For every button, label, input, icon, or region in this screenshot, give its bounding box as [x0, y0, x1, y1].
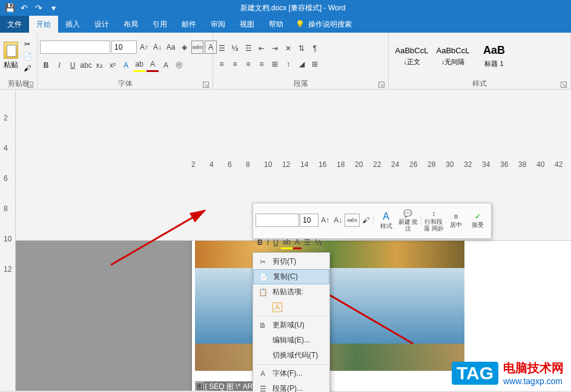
font-size-combo[interactable]: 10 — [111, 41, 137, 54]
style-normal[interactable]: AaBbCcL ↓正文 — [392, 39, 432, 73]
grow-font-icon[interactable]: A↑ — [138, 41, 150, 54]
justify-icon[interactable]: ≡ — [256, 57, 268, 71]
mt-bullets-icon[interactable]: ☰ — [302, 236, 312, 249]
tab-mailings[interactable]: 邮件 — [174, 16, 203, 33]
hruler-mark: 8 — [246, 160, 250, 169]
italic-button[interactable]: I — [53, 59, 65, 72]
font-color-icon[interactable]: A — [147, 59, 159, 72]
style-heading1[interactable]: AaB 标题 1 — [474, 39, 514, 73]
mt-new-comment-button[interactable]: 💬新建 批注 — [397, 206, 418, 235]
align-left-icon[interactable]: ≡ — [216, 57, 228, 71]
tab-view[interactable]: 视图 — [233, 16, 262, 33]
tab-file[interactable]: 文件 — [0, 16, 29, 33]
tab-references[interactable]: 引用 — [145, 16, 174, 33]
clear-format-icon[interactable]: ◈ — [178, 41, 190, 54]
mt-shrink-font-icon[interactable]: A↓ — [332, 214, 344, 227]
vruler-mark: 10 — [4, 235, 12, 243]
paragraph-launcher[interactable]: ↘ — [378, 82, 385, 88]
mt-bold-button[interactable]: B — [256, 236, 265, 249]
change-case-icon[interactable]: Aa — [165, 41, 177, 54]
superscript-button[interactable]: x² — [107, 59, 119, 72]
numbering-icon[interactable]: ⅓ — [229, 42, 241, 55]
paste-button[interactable]: 粘贴 — [2, 41, 19, 71]
ctx-edit-field[interactable]: 编辑域(E)... — [253, 333, 329, 348]
font-launcher[interactable]: ↘ — [203, 82, 209, 88]
mt-phonetic-icon[interactable]: wén — [345, 214, 360, 227]
line-spacing-icon[interactable]: ↕ — [282, 57, 294, 71]
redo-icon[interactable]: ↷ — [33, 2, 45, 14]
tab-review[interactable]: 审阅 — [203, 16, 233, 33]
strike-button[interactable]: abc — [80, 59, 92, 72]
mt-fontname[interactable] — [256, 214, 299, 227]
mini-toolbar: 10 A↑ A↓ wén 🖌 A样式 💬新建 批注 ↕行和段落 间距 ≡居中 ✓… — [252, 203, 492, 239]
mt-highlight-icon[interactable]: ab — [281, 236, 292, 249]
highlight-icon[interactable]: ab — [133, 59, 145, 72]
mt-center-button[interactable]: ≡居中 — [445, 206, 466, 235]
scissors-icon: ✂ — [258, 257, 268, 267]
style-nospacing[interactable]: AaBbCcL ↓无间隔 — [433, 39, 473, 73]
styles-launcher[interactable]: ↘ — [561, 82, 567, 88]
enclose-char-icon[interactable]: ㊕ — [173, 59, 185, 72]
tab-design[interactable]: 设计 — [87, 16, 116, 33]
underline-button[interactable]: U — [67, 59, 79, 72]
borders-icon[interactable]: ⊞ — [309, 57, 321, 71]
ctx-font[interactable]: A字体(F)... — [253, 366, 329, 381]
mt-line-spacing-button[interactable]: ↕行和段落 间距 — [423, 206, 444, 235]
tab-help[interactable]: 帮助 — [262, 16, 291, 33]
ctx-paragraph[interactable]: ☰段落(P)... — [253, 381, 329, 392]
hruler-mark: 40 — [536, 160, 544, 169]
shrink-font-icon[interactable]: A↓ — [151, 41, 163, 54]
ctx-paste-options[interactable]: 📋粘贴选项: — [253, 284, 329, 299]
style-sample: AaBbCcL — [437, 46, 470, 55]
undo-icon[interactable]: ↶ — [18, 2, 30, 14]
ctx-cut[interactable]: ✂剪切(T) — [253, 254, 329, 269]
copy-icon[interactable]: 📄 — [21, 51, 34, 62]
sort-icon[interactable]: ⇅ — [295, 42, 308, 55]
bold-button[interactable]: B — [40, 59, 52, 72]
text-effects-icon[interactable]: A — [120, 59, 132, 72]
align-center-icon[interactable]: ≡ — [229, 57, 241, 71]
bullets-icon[interactable]: ☰ — [216, 42, 228, 55]
font-name-combo[interactable] — [40, 41, 110, 54]
ctx-update-field[interactable]: 🗎更新域(U) — [253, 318, 329, 333]
group-paragraph: ☰ ⅓ ☲ ⇤ ⇥ ✕ ⇅ ¶ ≡ ≡ ≡ ≡ ⊞ ↕ ◢ ⊞ 段落↘ — [213, 33, 389, 89]
char-shading-icon[interactable]: A — [160, 59, 172, 72]
tab-layout[interactable]: 布局 — [116, 16, 145, 33]
clipboard-launcher[interactable]: ↘ — [27, 82, 33, 88]
show-marks-icon[interactable]: ¶ — [309, 42, 321, 55]
mt-styles-button[interactable]: A样式 — [375, 206, 397, 235]
phonetic-icon[interactable]: wén — [191, 41, 203, 54]
align-right-icon[interactable]: ≡ — [242, 57, 254, 71]
mt-italic-button[interactable]: I — [265, 236, 271, 249]
shading-icon[interactable]: ◢ — [295, 57, 308, 71]
mt-format-painter-icon[interactable]: 🖌 — [360, 214, 371, 227]
qat-more-icon[interactable]: ▾ — [47, 2, 59, 14]
vertical-ruler[interactable]: 2 4 6 8 10 12 — [0, 90, 16, 391]
watermark-badge: TAG — [452, 362, 498, 385]
mt-accept-button[interactable]: ✓接受 — [467, 206, 489, 235]
watermark: TAG 电脑技术网 www.tagxp.com — [452, 360, 564, 386]
tell-me[interactable]: 💡 操作说明搜索 — [295, 19, 352, 30]
group-styles: AaBbCcL ↓正文 AaBbCcL ↓无间隔 AaB 标题 1 样式↘ — [389, 33, 571, 89]
text-direction-icon[interactable]: ✕ — [282, 42, 294, 55]
save-icon[interactable]: 💾 — [4, 2, 16, 14]
mt-underline-button[interactable]: U — [271, 236, 280, 249]
tab-home[interactable]: 开始 — [29, 16, 58, 33]
hruler-mark: 24 — [391, 160, 399, 169]
mt-numbering-icon[interactable]: ⅓ — [313, 236, 324, 249]
mt-grow-font-icon[interactable]: A↑ — [319, 214, 331, 227]
cut-icon[interactable]: ✂ — [21, 39, 34, 50]
multilevel-icon[interactable]: ☲ — [242, 42, 254, 55]
distribute-icon[interactable]: ⊞ — [269, 57, 281, 71]
ctx-toggle-field[interactable]: 切换域代码(T) — [253, 348, 329, 363]
mt-center-label: 居中 — [450, 221, 462, 228]
mt-font-color-icon[interactable]: A — [293, 236, 302, 249]
tab-insert[interactable]: 插入 — [58, 16, 87, 33]
format-painter-icon[interactable]: 🖌 — [21, 63, 34, 74]
ctx-paste-option-keeptext[interactable]: A — [253, 299, 329, 315]
increase-indent-icon[interactable]: ⇥ — [269, 42, 281, 55]
decrease-indent-icon[interactable]: ⇤ — [256, 42, 268, 55]
ctx-copy[interactable]: 📄复制(C) — [253, 269, 329, 284]
subscript-button[interactable]: x₂ — [93, 59, 105, 72]
mt-fontsize[interactable]: 10 — [300, 214, 319, 227]
